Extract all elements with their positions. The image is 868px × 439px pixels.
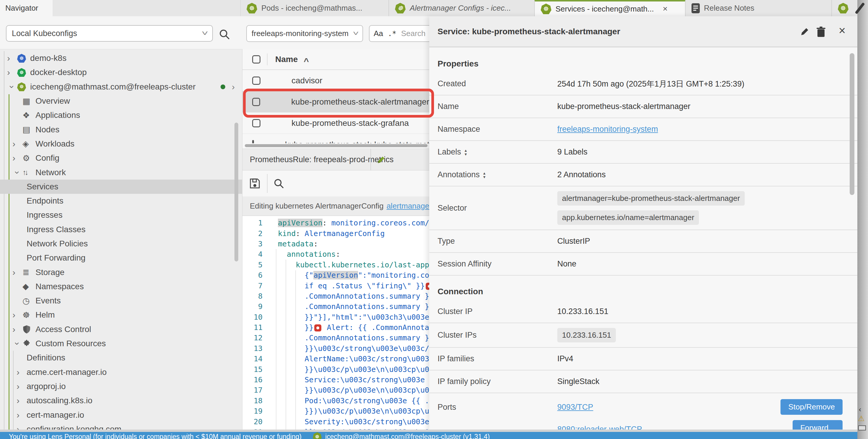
code-line[interactable]: 8 .CommonAnnotations.summary }}: [242, 291, 429, 301]
editor-search-icon[interactable]: [274, 178, 284, 189]
save-icon[interactable]: [249, 178, 260, 189]
sidebar-item-docker-desktop[interactable]: ›☸docker-desktop: [0, 65, 242, 79]
chevron-down-icon[interactable]: ›: [12, 339, 23, 348]
sidebar-item-workloads[interactable]: ›◈Workloads: [0, 137, 242, 151]
chevron-down-icon[interactable]: ›: [12, 168, 23, 177]
namespace-link[interactable]: freeleaps-monitoring-system: [557, 125, 658, 134]
sidebar-item-network-policies[interactable]: Network Policies: [0, 237, 242, 251]
code-line[interactable]: 5 kubectl.kubernetes.io/last-applied-con…: [242, 260, 429, 270]
sidebar-tree: ›☸demo-k8s›☸docker-desktop›☸icecheng@mat…: [0, 49, 242, 432]
chevron-down-icon[interactable]: ›: [7, 82, 17, 92]
sidebar-item-demo-k8s[interactable]: ›☸demo-k8s: [0, 51, 242, 65]
code-line[interactable]: 18 Pod:\u003c/strong\u003e {{ .Co: [242, 396, 429, 406]
code-line[interactable]: 20 Severity:\u003c/strong\u003e: [242, 416, 429, 427]
chevron-right-icon[interactable]: ›: [7, 67, 17, 77]
sort-toggle-icon[interactable]: ▴▾: [465, 148, 467, 156]
sort-toggle-icon[interactable]: ▴▾: [484, 171, 486, 179]
chevron-right-icon[interactable]: ›: [17, 381, 27, 392]
chevron-right-icon[interactable]: ›: [232, 82, 235, 92]
chevron-right-icon[interactable]: ›: [12, 310, 23, 320]
sidebar-item-overview[interactable]: ▦Overview: [0, 94, 242, 108]
sidebar-item-nodes[interactable]: ▤Nodes: [0, 122, 242, 136]
code-line[interactable]: 15 }}\u003c/p\u003e\n\u003cp\u003: [242, 364, 429, 374]
row-checkbox[interactable]: [252, 119, 260, 127]
namespace-selector[interactable]: freeleaps-monitoring-system ˅: [246, 25, 363, 42]
code-line[interactable]: 13 }}\u003c/strong\u003e\u003c/h3: [242, 343, 429, 353]
code-line[interactable]: 9 .CommonAnnotations.summary }}: [242, 301, 429, 312]
chevron-right-icon[interactable]: ›: [17, 410, 27, 420]
sidebar-item-storage[interactable]: ›≣Storage: [0, 265, 242, 279]
code-line[interactable]: 1apiVersion: monitoring.coreos.com/v1: [242, 218, 429, 228]
search-icon[interactable]: [219, 29, 230, 40]
edit-pencil-icon[interactable]: [799, 26, 810, 37]
code-line[interactable]: 4 annotations:: [242, 249, 429, 259]
close-tab-icon[interactable]: ×: [663, 4, 668, 13]
line-number: 15: [242, 365, 262, 374]
code-line[interactable]: 11 }} Alert: {{ .CommonAnnotati: [242, 322, 429, 333]
chevron-right-icon[interactable]: ›: [12, 139, 23, 149]
yaml-editor[interactable]: 1apiVersion: monitoring.coreos.com/v12ki…: [242, 216, 429, 432]
chevron-right-icon[interactable]: ›: [12, 153, 23, 163]
sidebar-item-definitions[interactable]: Definitions: [0, 351, 242, 365]
code-line[interactable]: 7 if eq .Status \"firing\" }}: [242, 280, 429, 291]
sidebar-item-cert-manager-io[interactable]: ›cert-manager.io: [0, 408, 242, 422]
code-line[interactable]: 3metadata:: [242, 239, 429, 249]
code-line[interactable]: 14 AlertName:\u003c/strong\u003e: [242, 353, 429, 364]
sidebar-item-applications[interactable]: ❖Applications: [0, 108, 242, 122]
column-header-name[interactable]: Name: [275, 55, 298, 64]
row-checkbox[interactable]: [252, 140, 254, 143]
close-icon[interactable]: ×: [839, 24, 845, 37]
kubeconfig-selector[interactable]: Local Kubeconfigs ˅: [6, 25, 213, 42]
sidebar-item-events[interactable]: ◷Events: [0, 294, 242, 308]
port-link[interactable]: 9093/TCP: [557, 403, 780, 412]
sort-ascending-icon[interactable]: ^: [304, 56, 309, 66]
tab-pods[interactable]: ☸ Pods - icecheng@mathmas...: [240, 0, 389, 16]
code-line[interactable]: 6 {"apiVersion":"monitoring.coreos.com/v…: [242, 270, 429, 280]
chevron-right-icon[interactable]: ›: [12, 267, 23, 277]
chevron-right-icon[interactable]: ›: [17, 367, 27, 377]
chevron-right-icon[interactable]: ›: [17, 396, 27, 406]
horizontal-scrollbar[interactable]: [242, 143, 429, 148]
tab-release-notes[interactable]: Release Notes: [685, 0, 832, 16]
sidebar-item-namespaces[interactable]: ◆Namespaces: [0, 279, 242, 294]
tab-partial[interactable]: ☸: [832, 0, 857, 16]
sidebar-item-ingress-classes[interactable]: Ingress Classes: [0, 223, 242, 237]
table-row-kube-prometheus-stack-kube-state-metrics[interactable]: kube-prometheus-stack-kube-state-metrics: [242, 134, 429, 143]
sidebar-item-helm[interactable]: ›☸Helm: [0, 308, 242, 322]
match-case-icon[interactable]: Aa: [374, 29, 383, 38]
sidebar-scrollbar[interactable]: [235, 123, 238, 262]
sidebar-item-argoproj-io[interactable]: ›argoproj.io: [0, 379, 242, 394]
delete-trash-icon[interactable]: [816, 26, 826, 37]
regex-icon[interactable]: .*: [388, 30, 397, 38]
active-cluster-label[interactable]: icecheng@mathmast.com@freeleaps-cluster …: [325, 433, 490, 439]
sidebar-item-network[interactable]: ›↑↓Network: [0, 165, 242, 179]
code-line[interactable]: 16 Service:\u003c/strong\u003e {: [242, 375, 429, 385]
sidebar-item-access-control[interactable]: ›Access Control: [0, 322, 242, 336]
editing-resource-link[interactable]: alertmanager: [386, 201, 429, 211]
code-line[interactable]: 12 .CommonAnnotations.summary }}: [242, 333, 429, 343]
tab-alertmanager-configs[interactable]: ☸ Alertmanager Configs - icec...: [389, 0, 534, 16]
chevron-right-icon[interactable]: ›: [12, 325, 23, 334]
chevron-right-icon[interactable]: ›: [7, 53, 17, 63]
edit-pencil-icon[interactable]: [376, 155, 386, 165]
tab-services[interactable]: ☸ Services - icecheng@math... ×: [534, 0, 685, 16]
row-checkbox[interactable]: [252, 76, 260, 85]
code-line[interactable]: 10 }}"}],"html":"\u003ch3\u003e\u: [242, 312, 429, 322]
sidebar-item-autoscaling-k8s-io[interactable]: ›autoscaling.k8s.io: [0, 394, 242, 408]
sidebar-item-port-forwarding[interactable]: Port Forwarding: [0, 251, 242, 265]
code-line[interactable]: 2kind: AlertmanagerConfig: [242, 228, 429, 238]
table-row-cadvisor[interactable]: cadvisor: [242, 70, 429, 91]
sidebar-item-icecheng-mathmast-com-freeleaps-cluster[interactable]: ›☸icecheng@mathmast.com@freeleaps-cluste…: [0, 80, 242, 94]
sidebar-item-config[interactable]: ›⚙Config: [0, 151, 242, 165]
sidebar-item-services[interactable]: Services: [0, 180, 242, 194]
code-line[interactable]: 19 }})\u003c/p\u003e\n\u003cp\u00: [242, 406, 429, 416]
drawer-scrollbar[interactable]: [850, 53, 855, 195]
code-line[interactable]: 17 }}\u003c/p\u003e\n\u003cp\u003: [242, 385, 429, 395]
sidebar-item-custom-resources[interactable]: ›Custom Resources: [0, 336, 242, 351]
sidebar-item-endpoints[interactable]: Endpoints: [0, 194, 242, 208]
list-search-input[interactable]: Aa .* Search: [369, 25, 429, 42]
sidebar-item-acme-cert-manager-io[interactable]: ›acme.cert-manager.io: [0, 365, 242, 379]
sidebar-item-ingresses[interactable]: Ingresses: [0, 208, 242, 222]
select-all-checkbox[interactable]: [252, 55, 260, 64]
stop-remove-button[interactable]: Stop/Remove: [780, 399, 843, 415]
